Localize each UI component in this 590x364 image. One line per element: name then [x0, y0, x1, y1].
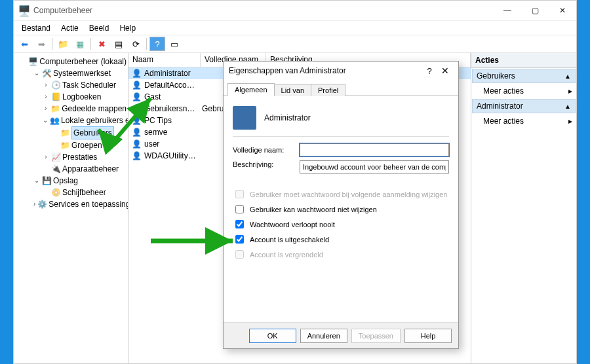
- tree-storage[interactable]: ⌄💾Opslag: [33, 175, 127, 187]
- window-title: Computerbeheer: [33, 6, 494, 15]
- user-icon: 👤: [131, 115, 142, 126]
- maximize-button[interactable]: ▢: [521, 1, 549, 20]
- dialog-title: Eigenschappen van Administrator: [229, 66, 422, 75]
- full-name-label: Volledige naam:: [233, 146, 292, 154]
- folder-button[interactable]: 📁: [55, 37, 71, 51]
- help-button[interactable]: Help: [404, 329, 452, 343]
- checkbox-never-expires[interactable]: Wachtwoord verloopt nooit: [233, 218, 449, 230]
- col-name[interactable]: Naam: [128, 53, 201, 67]
- cell-name: Administrator: [144, 69, 202, 78]
- cell-name: Gebruikersn…: [144, 104, 202, 113]
- tree-perf[interactable]: ›📈Prestaties: [43, 151, 127, 163]
- dialog-close-icon[interactable]: ✕: [437, 63, 453, 79]
- tab-general[interactable]: Algemeen: [227, 83, 275, 96]
- menu-help[interactable]: Help: [114, 22, 141, 34]
- user-avatar-icon: [233, 106, 256, 130]
- checkbox-locked: Account is vergrendeld: [233, 248, 449, 261]
- user-icon: 👤: [131, 68, 142, 79]
- actions-more-1[interactable]: Meer acties▸: [471, 84, 576, 98]
- actions-pane: Acties Gebruikers▲ Meer acties▸ Administ…: [471, 53, 576, 363]
- forward-button[interactable]: ➡: [33, 37, 49, 51]
- dialog-content: Administrator Volledige naam: Beschrijvi…: [224, 96, 458, 270]
- tree-system[interactable]: ⌄🛠️Systeemwerkset: [33, 67, 127, 79]
- dialog-titlebar: Eigenschappen van Administrator ? ✕: [224, 62, 458, 80]
- properties-dialog: Eigenschappen van Administrator ? ✕ Alge…: [223, 61, 459, 349]
- close-button[interactable]: ✕: [549, 1, 576, 20]
- tree-users[interactable]: 📁Gebruikers: [52, 126, 127, 139]
- checkbox-disabled[interactable]: Account is uitgeschakeld: [233, 233, 449, 246]
- dialog-tabs: Algemeen Lid van Profiel: [224, 80, 458, 96]
- nav-tree[interactable]: 🖥️Computerbeheer (lokaal) ⌄🛠️Systeemwerk…: [14, 53, 128, 363]
- description-input[interactable]: [300, 160, 449, 173]
- tree-root[interactable]: 🖥️Computerbeheer (lokaal): [24, 56, 127, 67]
- cell-name: PC Tips: [144, 116, 202, 125]
- cell-name: DefaultAcco…: [144, 81, 202, 90]
- user-icon: 👤: [131, 103, 142, 114]
- tree-scheduler[interactable]: ›🕒Task Scheduler: [43, 79, 127, 91]
- user-icon: 👤: [131, 127, 142, 137]
- tree-groups[interactable]: 📁Groepen: [52, 139, 127, 151]
- menubar: Bestand Actie Beeld Help: [14, 20, 576, 35]
- menu-action[interactable]: Actie: [56, 22, 84, 34]
- layout-button[interactable]: ▭: [167, 37, 182, 51]
- checkbox-cannot-change[interactable]: Gebruiker kan wachtwoord niet wijzigen: [233, 203, 449, 215]
- apply-button[interactable]: Toepassen: [351, 329, 401, 343]
- collapse-icon: ▲: [564, 73, 571, 80]
- help-button[interactable]: ?: [149, 37, 165, 51]
- ok-button[interactable]: OK: [249, 329, 296, 343]
- app-icon: 🖥️: [19, 5, 30, 16]
- tree-logs[interactable]: ›📒Logboeken: [43, 91, 127, 103]
- menu-file[interactable]: Bestand: [16, 22, 56, 34]
- minimize-button[interactable]: —: [494, 1, 521, 20]
- cell-name: Gast: [144, 92, 202, 101]
- cell-name: WDAGUtility…: [144, 151, 202, 160]
- tree-services[interactable]: ›⚙️Services en toepassingen: [33, 198, 127, 210]
- cell-name: semve: [144, 128, 202, 137]
- account-name: Administrator: [264, 113, 311, 122]
- tab-profile[interactable]: Profiel: [311, 84, 345, 96]
- user-icon: 👤: [131, 80, 142, 90]
- actions-section-admin[interactable]: Administrator▲: [472, 99, 576, 113]
- props-button[interactable]: ▤: [111, 37, 127, 51]
- dialog-buttons: OK Annuleren Toepassen Help: [224, 322, 458, 348]
- tree-shared[interactable]: ›📁Gedeelde mappen: [43, 103, 127, 115]
- description-label: Beschrijving:: [233, 160, 292, 168]
- cancel-button[interactable]: Annuleren: [300, 329, 347, 343]
- list-button[interactable]: ▦: [72, 37, 88, 51]
- refresh-button[interactable]: ⟳: [128, 37, 144, 51]
- back-button[interactable]: ⬅: [16, 37, 32, 51]
- chevron-right-icon: ▸: [568, 86, 572, 96]
- cell-name: user: [144, 139, 202, 149]
- user-icon: 👤: [131, 139, 142, 149]
- delete-button[interactable]: ✖: [94, 37, 109, 51]
- tree-localusers[interactable]: ⌄👥Lokale gebruikers en gro…: [43, 115, 127, 126]
- checkbox-must-change: Gebruiker moet wachtwoord bij volgende a…: [233, 188, 449, 200]
- full-name-input[interactable]: [300, 143, 449, 156]
- actions-section-users[interactable]: Gebruikers▲: [472, 69, 576, 83]
- actions-header: Acties: [471, 53, 576, 68]
- dialog-help-icon[interactable]: ?: [422, 66, 437, 76]
- tab-memberof[interactable]: Lid van: [274, 84, 311, 96]
- user-icon: 👤: [131, 92, 142, 102]
- menu-view[interactable]: Beeld: [84, 22, 115, 34]
- tree-devmgr[interactable]: 🔌Apparaatbeheer: [43, 163, 127, 175]
- toolbar: ⬅ ➡ 📁 ▦ ✖ ▤ ⟳ ? ▭: [14, 35, 576, 53]
- actions-more-2[interactable]: Meer acties▸: [471, 114, 576, 128]
- collapse-icon: ▲: [564, 103, 571, 110]
- tree-disk[interactable]: 📀Schijfbeheer: [43, 187, 127, 198]
- user-icon: 👤: [131, 151, 142, 161]
- chevron-right-icon: ▸: [568, 117, 572, 126]
- titlebar: 🖥️ Computerbeheer — ▢ ✕: [14, 1, 576, 20]
